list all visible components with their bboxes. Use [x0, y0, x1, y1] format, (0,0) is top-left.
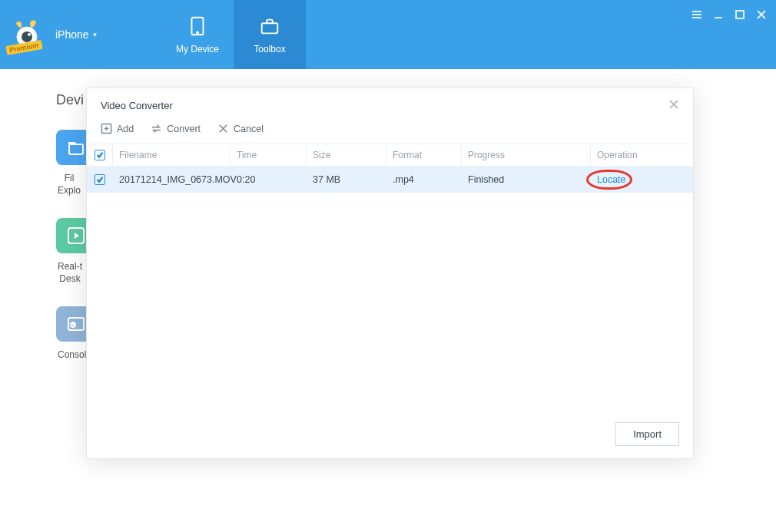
toolbox-icon [258, 15, 281, 38]
locate-link[interactable]: Locate [597, 174, 626, 185]
grid-header: Filename Time Size Format Progress Opera… [87, 144, 693, 167]
cell-size: 37 MB [307, 167, 386, 193]
cell-format: .mp4 [386, 167, 462, 193]
app-logo-icon: Premium [11, 18, 43, 51]
svg-point-4 [197, 31, 198, 33]
cell-time: 0:20 [230, 167, 307, 193]
col-operation[interactable]: Operation [591, 144, 693, 166]
tab-toolbox[interactable]: Toolbox [234, 0, 306, 69]
col-progress[interactable]: Progress [462, 144, 591, 166]
device-selector-label: iPhone [55, 28, 89, 41]
toolbox-item-label: FilExplo [56, 173, 81, 197]
svg-rect-5 [262, 23, 278, 33]
add-label: Add [117, 124, 134, 134]
minimize-button[interactable] [711, 8, 725, 21]
close-window-button[interactable] [754, 8, 768, 21]
caret-down-icon: ▼ [92, 31, 98, 38]
modal-close-button[interactable] [668, 99, 679, 112]
svg-rect-6 [736, 11, 744, 18]
swap-icon [151, 123, 162, 134]
add-button[interactable]: Add [101, 123, 134, 134]
cell-progress: Finished [462, 167, 591, 193]
table-row[interactable]: 20171214_IMG_0673.MOV0:2037 MB.mp4Finish… [87, 167, 693, 193]
toolbox-item-label: Real-tDesk [56, 261, 82, 285]
device-selector[interactable]: iPhone ▼ [55, 28, 98, 41]
video-converter-modal: Video Converter Add Convert Cancel Filen… [86, 88, 694, 459]
svg-rect-7 [69, 144, 83, 154]
menu-icon[interactable] [690, 8, 704, 21]
tab-label: Toolbox [254, 44, 285, 55]
modal-title: Video Converter [101, 100, 173, 111]
cancel-label: Cancel [234, 124, 264, 134]
col-time[interactable]: Time [230, 144, 307, 166]
col-filename[interactable]: Filename [113, 144, 230, 166]
tab-my-device[interactable]: My Device [161, 0, 234, 69]
convert-button[interactable]: Convert [151, 123, 201, 134]
cell-filename: 20171214_IMG_0673.MOV [113, 167, 230, 193]
import-button[interactable]: Import [615, 422, 679, 446]
close-icon [668, 99, 679, 110]
tab-label: My Device [176, 44, 219, 55]
svg-point-1 [22, 31, 32, 42]
convert-label: Convert [167, 124, 201, 134]
row-checkbox[interactable] [95, 174, 105, 185]
select-all-checkbox[interactable] [95, 150, 105, 160]
col-size[interactable]: Size [307, 144, 386, 166]
tablet-icon [186, 15, 209, 38]
logo-area: Premium iPhone ▼ [0, 0, 161, 69]
maximize-button[interactable] [733, 8, 747, 21]
check-icon [96, 151, 104, 159]
grid-body: 20171214_IMG_0673.MOV0:2037 MB.mp4Finish… [87, 167, 693, 193]
plus-square-icon [101, 123, 112, 134]
svg-point-2 [28, 33, 31, 36]
app-header: Premium iPhone ▼ My Device Toolbox [0, 0, 776, 69]
x-icon [217, 123, 229, 134]
col-format[interactable]: Format [386, 144, 462, 166]
check-icon [96, 176, 104, 183]
toolbox-item-label: Consol [56, 349, 86, 362]
cancel-button[interactable]: Cancel [217, 123, 264, 134]
window-controls [690, 0, 776, 69]
